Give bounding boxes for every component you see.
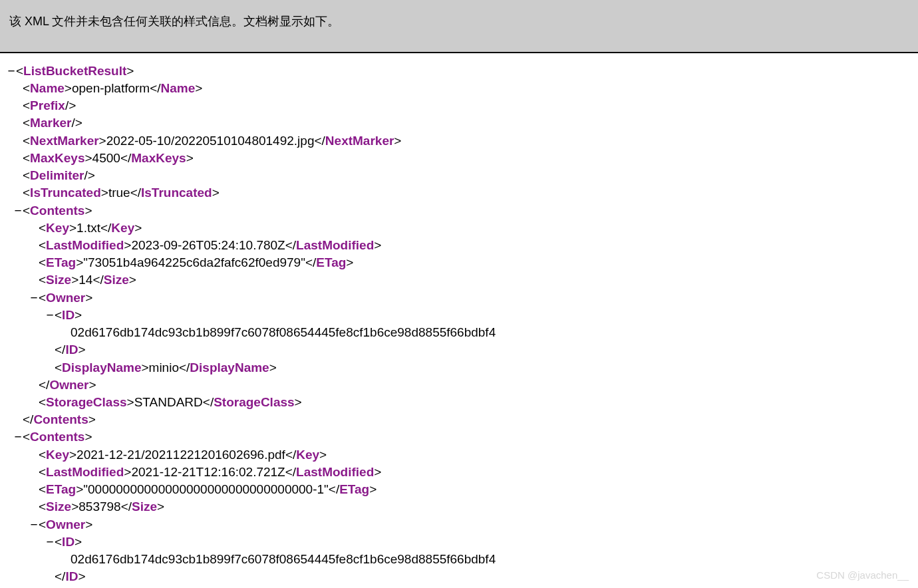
node-contents-open: −<Contents> [7,428,911,446]
collapse-toggle[interactable]: − [45,307,55,324]
node-id-open: −<ID> [7,533,911,551]
node-nextmarker: <NextMarker>2022-05-10/20220510104801492… [7,132,911,150]
node-lastmodified: <LastModified>2021-12-21T12:16:02.721Z</… [7,464,911,481]
node-displayname: <DisplayName>minio</DisplayName> [7,359,911,376]
node-prefix: <Prefix/> [7,97,911,114]
node-key: <Key>1.txt</Key> [7,220,911,237]
xml-tree: −<ListBucketResult> <Name>open-platform<… [0,53,918,588]
node-owner-close: </Owner> [7,376,911,394]
node-name: <Name>open-platform</Name> [7,80,911,97]
node-key: <Key>2021-12-21/20211221201602696.pdf</K… [7,446,911,464]
node-size: <Size>14</Size> [7,271,911,289]
node-etag: <ETag>"00000000000000000000000000000000-… [7,481,911,498]
collapse-toggle[interactable]: − [13,428,23,446]
node-listbucketresult-open: −<ListBucketResult> [7,63,911,80]
node-delimiter: <Delimiter/> [7,167,911,184]
node-id-close: </ID> [7,341,911,359]
node-id-value: 02d6176db174dc93cb1b899f7c6078f08654445f… [7,324,911,341]
collapse-toggle[interactable]: − [13,202,23,220]
node-contents-open: −<Contents> [7,202,911,220]
node-size: <Size>853798</Size> [7,498,911,515]
collapse-toggle[interactable]: − [29,289,39,307]
node-etag: <ETag>"73051b4a964225c6da2fafc62f0ed979"… [7,254,911,271]
info-banner: 该 XML 文件并未包含任何关联的样式信息。文档树显示如下。 [0,0,918,53]
node-id-close: </ID> [7,568,911,585]
node-istruncated: <IsTruncated>true</IsTruncated> [7,184,911,202]
node-marker: <Marker/> [7,114,911,132]
node-contents-close: </Contents> [7,411,911,428]
node-maxkeys: <MaxKeys>4500</MaxKeys> [7,150,911,167]
node-owner-open: −<Owner> [7,516,911,533]
node-owner-open: −<Owner> [7,289,911,307]
node-lastmodified: <LastModified>2023-09-26T05:24:10.780Z</… [7,237,911,254]
node-id-value: 02d6176db174dc93cb1b899f7c6078f08654445f… [7,551,911,568]
info-banner-text: 该 XML 文件并未包含任何关联的样式信息。文档树显示如下。 [9,15,339,28]
node-id-open: −<ID> [7,307,911,324]
collapse-toggle[interactable]: − [7,63,16,80]
collapse-toggle[interactable]: − [29,516,39,533]
collapse-toggle[interactable]: − [45,533,55,551]
node-storageclass: <StorageClass>STANDARD</StorageClass> [7,394,911,411]
